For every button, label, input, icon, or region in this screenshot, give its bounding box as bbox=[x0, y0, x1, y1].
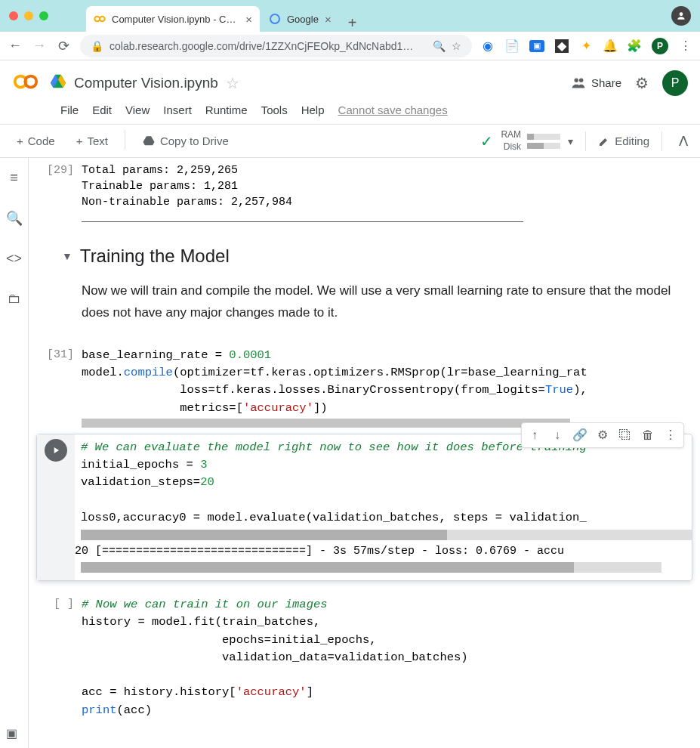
forward-button[interactable]: → bbox=[32, 38, 47, 54]
connected-check-icon: ✓ bbox=[480, 132, 493, 150]
extension-icon[interactable]: ◆ bbox=[555, 39, 569, 53]
plus-icon: + bbox=[17, 134, 23, 147]
share-button[interactable]: Share bbox=[570, 75, 621, 91]
tab-close-icon[interactable]: × bbox=[245, 13, 252, 26]
svg-point-7 bbox=[579, 78, 584, 82]
cell-number: [31] bbox=[36, 347, 82, 428]
run-cell-button[interactable] bbox=[45, 439, 67, 462]
browser-profile-button[interactable] bbox=[671, 6, 691, 26]
terminal-icon[interactable]: ▣ bbox=[6, 726, 17, 740]
address-bar[interactable]: 🔒 colab.research.google.com/drive/1ZZXnC… bbox=[80, 35, 472, 57]
settings-icon[interactable]: ⚙ bbox=[635, 74, 649, 92]
menu-file[interactable]: File bbox=[60, 104, 79, 116]
plus-icon: + bbox=[76, 134, 83, 147]
star-icon[interactable]: ☆ bbox=[226, 74, 239, 92]
code-content[interactable]: # We can evaluate the model right now to… bbox=[81, 439, 692, 527]
extensions-icon[interactable]: 🧩 bbox=[628, 39, 641, 53]
horizontal-scrollbar[interactable] bbox=[82, 419, 570, 428]
pencil-icon bbox=[598, 135, 610, 147]
minimize-window-button[interactable] bbox=[24, 11, 33, 20]
cell-toolbar: ↑ ↓ 🔗 ⚙ ⿻ 🗑 ⋮ bbox=[521, 422, 684, 448]
section-header[interactable]: ▼ Training the Model bbox=[62, 246, 692, 267]
toc-icon[interactable]: ≡ bbox=[10, 170, 18, 186]
menu-tools[interactable]: Tools bbox=[261, 104, 288, 116]
menu-runtime[interactable]: Runtime bbox=[205, 104, 248, 116]
files-icon[interactable]: 🗀 bbox=[8, 291, 21, 307]
code-cell[interactable]: [ ] # Now we can train it on our images … bbox=[36, 596, 692, 719]
code-cell-active[interactable]: ↑ ↓ 🔗 ⚙ ⿻ 🗑 ⋮ # We can evaluate the mode… bbox=[36, 434, 692, 581]
reload-button[interactable]: ⟳ bbox=[56, 38, 71, 54]
svg-point-6 bbox=[574, 78, 578, 82]
cell-settings-button[interactable]: ⚙ bbox=[591, 425, 614, 446]
code-content[interactable]: # Now we can train it on our images hist… bbox=[82, 596, 692, 719]
separator bbox=[585, 131, 586, 151]
move-up-button[interactable]: ↑ bbox=[523, 425, 546, 446]
extension-icon[interactable]: 📄 bbox=[505, 39, 519, 53]
horizontal-scrollbar[interactable] bbox=[81, 530, 692, 540]
svg-point-2 bbox=[270, 14, 279, 23]
move-down-button[interactable]: ↓ bbox=[546, 425, 569, 446]
notifications-icon[interactable]: 🔔 bbox=[603, 39, 617, 53]
search-icon[interactable]: 🔍 bbox=[6, 210, 23, 227]
user-avatar[interactable]: P bbox=[662, 70, 688, 96]
code-cell[interactable]: [31] base_learning_rate = 0.0001 model.c… bbox=[36, 347, 692, 428]
add-code-button[interactable]: +Code bbox=[8, 130, 64, 153]
menu-view[interactable]: View bbox=[125, 104, 150, 116]
resource-indicator[interactable]: RAM Disk bbox=[501, 129, 560, 153]
menu-insert[interactable]: Insert bbox=[163, 104, 192, 116]
colab-favicon bbox=[94, 13, 106, 25]
url-text: colab.research.google.com/drive/1ZZXnCjF… bbox=[109, 40, 427, 52]
save-hint[interactable]: Cannot save changes bbox=[338, 104, 448, 116]
maximize-window-button[interactable] bbox=[39, 11, 48, 20]
more-button[interactable]: ⋮ bbox=[659, 425, 682, 446]
cell-output: [29] Total params: 2,259,265 Trainable p… bbox=[36, 162, 692, 226]
add-text-button[interactable]: +Text bbox=[67, 130, 117, 153]
browser-tab-active[interactable]: Computer Vision.ipynb - Colab × bbox=[86, 6, 260, 32]
extension-icon[interactable]: ▣ bbox=[529, 40, 544, 52]
editing-mode-button[interactable]: Editing bbox=[598, 134, 649, 147]
browser-toolbar: ← → ⟳ 🔒 colab.research.google.com/drive/… bbox=[0, 32, 700, 60]
close-window-button[interactable] bbox=[9, 11, 18, 20]
cell-number: [29] bbox=[36, 162, 82, 226]
ram-bar bbox=[527, 134, 560, 140]
link-button[interactable]: 🔗 bbox=[569, 425, 591, 446]
share-label: Share bbox=[591, 76, 621, 89]
ram-label: RAM bbox=[501, 129, 521, 141]
cell-output: 20/20 [==============================] -… bbox=[75, 543, 692, 559]
runtime-dropdown[interactable]: ▾ bbox=[568, 135, 573, 147]
action-toolbar: +Code +Text Copy to Drive ✓ RAM Disk ▾ E… bbox=[0, 124, 700, 158]
output-text: Total params: 2,259,265 Trainable params… bbox=[82, 162, 692, 226]
extension-icon[interactable]: ✦ bbox=[579, 39, 593, 53]
horizontal-scrollbar[interactable] bbox=[81, 562, 661, 573]
cell-number: [ ] bbox=[36, 596, 82, 719]
browser-tab[interactable]: Google × bbox=[261, 6, 339, 32]
code-snippets-icon[interactable]: <> bbox=[6, 251, 22, 267]
document-title[interactable]: Computer Vision.ipynb bbox=[74, 75, 218, 91]
lock-icon: 🔒 bbox=[91, 40, 103, 52]
extension-icon[interactable]: ◉ bbox=[481, 39, 495, 53]
code-content[interactable]: base_learning_rate = 0.0001 model.compil… bbox=[82, 347, 692, 417]
play-icon bbox=[51, 445, 61, 456]
menu-edit[interactable]: Edit bbox=[92, 104, 112, 116]
extension-icons: ◉ 📄 ▣ ◆ ✦ 🔔 🧩 P ⋮ bbox=[481, 38, 692, 54]
tab-close-icon[interactable]: × bbox=[325, 13, 331, 26]
menu-icon[interactable]: ⋮ bbox=[679, 39, 692, 53]
notebook-content[interactable]: [29] Total params: 2,259,265 Trainable p… bbox=[29, 158, 700, 748]
back-button[interactable]: ← bbox=[8, 38, 23, 54]
star-icon[interactable]: ☆ bbox=[452, 40, 461, 52]
zoom-icon[interactable]: 🔍 bbox=[433, 40, 446, 52]
menu-help[interactable]: Help bbox=[301, 104, 325, 116]
browser-tabs: Computer Vision.ipynb - Colab × Google ×… bbox=[86, 0, 671, 32]
tab-title: Google bbox=[287, 14, 319, 25]
colab-logo[interactable] bbox=[12, 68, 39, 97]
profile-avatar[interactable]: P bbox=[652, 38, 668, 54]
collapse-arrow-icon[interactable]: ▼ bbox=[62, 250, 72, 262]
copy-to-drive-button[interactable]: Copy to Drive bbox=[133, 130, 238, 153]
delete-button[interactable]: 🗑 bbox=[637, 425, 659, 446]
collapse-header-button[interactable]: ᐱ bbox=[674, 133, 692, 150]
disk-bar bbox=[527, 143, 560, 149]
drive-icon bbox=[142, 134, 156, 148]
menubar: File Edit View Insert Runtime Tools Help… bbox=[0, 97, 700, 124]
new-tab-button[interactable]: + bbox=[341, 14, 365, 32]
mirror-button[interactable]: ⿻ bbox=[614, 425, 637, 446]
